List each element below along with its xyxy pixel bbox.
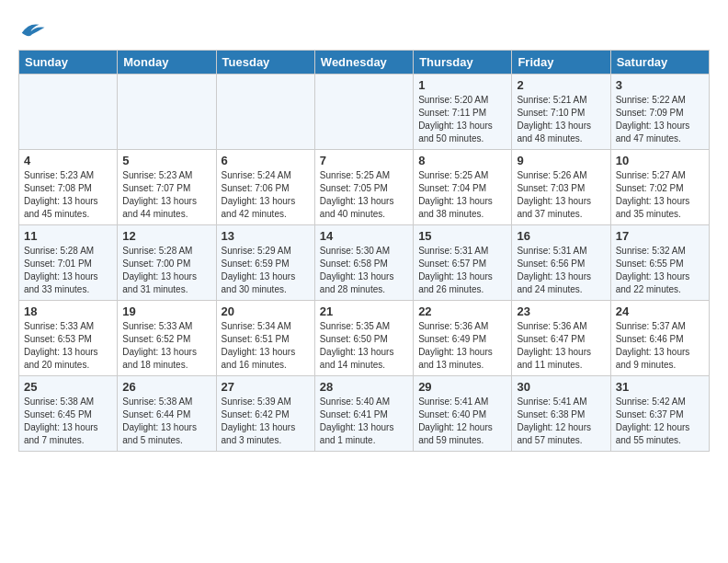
day-info: Sunrise: 5:34 AM Sunset: 6:51 PM Dayligh… [222,320,310,372]
day-number: 1 [418,78,506,92]
day-info: Sunrise: 5:38 AM Sunset: 6:45 PM Dayligh… [24,396,112,447]
day-number: 23 [517,304,605,318]
day-number: 17 [616,229,704,243]
day-number: 13 [222,229,310,243]
calendar-cell: 28Sunrise: 5:40 AM Sunset: 6:41 PM Dayli… [314,376,413,452]
calendar-cell [314,75,413,150]
calendar-cell: 6Sunrise: 5:24 AM Sunset: 7:06 PM Daylig… [216,150,314,225]
day-info: Sunrise: 5:36 AM Sunset: 6:49 PM Dayligh… [418,320,506,372]
calendar-cell: 7Sunrise: 5:25 AM Sunset: 7:05 PM Daylig… [314,150,413,225]
calendar-cell: 30Sunrise: 5:41 AM Sunset: 6:38 PM Dayli… [512,376,610,452]
day-number: 31 [616,380,704,394]
calendar-cell: 17Sunrise: 5:32 AM Sunset: 6:55 PM Dayli… [610,225,709,301]
day-info: Sunrise: 5:35 AM Sunset: 6:50 PM Dayligh… [320,320,408,372]
day-info: Sunrise: 5:22 AM Sunset: 7:09 PM Dayligh… [616,94,704,145]
day-number: 22 [418,304,506,318]
day-number: 25 [24,380,112,394]
day-number: 20 [222,304,310,318]
day-info: Sunrise: 5:31 AM Sunset: 6:56 PM Dayligh… [517,245,605,296]
day-info: Sunrise: 5:31 AM Sunset: 6:57 PM Dayligh… [418,245,506,296]
day-info: Sunrise: 5:28 AM Sunset: 7:00 PM Dayligh… [122,245,210,296]
day-number: 14 [320,229,408,243]
weekday-header-thursday: Thursday [414,51,512,75]
day-number: 9 [517,154,605,167]
day-number: 21 [320,304,408,318]
day-number: 4 [24,154,112,167]
calendar-cell: 25Sunrise: 5:38 AM Sunset: 6:45 PM Dayli… [19,376,118,452]
day-info: Sunrise: 5:38 AM Sunset: 6:44 PM Dayligh… [122,396,210,447]
day-info: Sunrise: 5:33 AM Sunset: 6:53 PM Dayligh… [24,320,112,372]
calendar-cell: 5Sunrise: 5:23 AM Sunset: 7:07 PM Daylig… [118,150,216,225]
day-info: Sunrise: 5:23 AM Sunset: 7:08 PM Dayligh… [24,169,112,221]
day-info: Sunrise: 5:33 AM Sunset: 6:52 PM Dayligh… [122,320,210,372]
day-number: 29 [418,380,506,394]
day-number: 5 [122,154,210,167]
calendar-cell [118,75,216,150]
calendar-cell: 9Sunrise: 5:26 AM Sunset: 7:03 PM Daylig… [512,150,610,225]
weekday-header-friday: Friday [512,51,610,75]
day-number: 19 [122,304,210,318]
day-number: 12 [122,229,210,243]
day-number: 24 [616,304,704,318]
calendar-cell: 3Sunrise: 5:22 AM Sunset: 7:09 PM Daylig… [610,75,709,150]
weekday-header-monday: Monday [118,51,216,75]
page-header [18,18,710,40]
day-number: 28 [320,380,408,394]
calendar-table: SundayMondayTuesdayWednesdayThursdayFrid… [18,50,710,452]
day-info: Sunrise: 5:41 AM Sunset: 6:38 PM Dayligh… [517,396,605,447]
logo-bird-icon [18,18,46,40]
calendar-cell [19,75,118,150]
calendar-cell: 21Sunrise: 5:35 AM Sunset: 6:50 PM Dayli… [314,301,413,376]
calendar-cell: 22Sunrise: 5:36 AM Sunset: 6:49 PM Dayli… [414,301,512,376]
day-info: Sunrise: 5:23 AM Sunset: 7:07 PM Dayligh… [122,169,210,221]
calendar-week-row: 25Sunrise: 5:38 AM Sunset: 6:45 PM Dayli… [19,376,710,452]
day-info: Sunrise: 5:36 AM Sunset: 6:47 PM Dayligh… [517,320,605,372]
day-info: Sunrise: 5:25 AM Sunset: 7:05 PM Dayligh… [320,169,408,221]
day-info: Sunrise: 5:39 AM Sunset: 6:42 PM Dayligh… [222,396,310,447]
day-number: 27 [222,380,310,394]
calendar-cell: 13Sunrise: 5:29 AM Sunset: 6:59 PM Dayli… [216,225,314,301]
day-number: 7 [320,154,408,167]
day-info: Sunrise: 5:21 AM Sunset: 7:10 PM Dayligh… [517,94,605,145]
day-info: Sunrise: 5:28 AM Sunset: 7:01 PM Dayligh… [24,245,112,296]
day-info: Sunrise: 5:29 AM Sunset: 6:59 PM Dayligh… [222,245,310,296]
day-info: Sunrise: 5:20 AM Sunset: 7:11 PM Dayligh… [418,94,506,145]
calendar-cell: 27Sunrise: 5:39 AM Sunset: 6:42 PM Dayli… [216,376,314,452]
day-info: Sunrise: 5:26 AM Sunset: 7:03 PM Dayligh… [517,169,605,221]
calendar-week-row: 11Sunrise: 5:28 AM Sunset: 7:01 PM Dayli… [19,225,710,301]
calendar-week-row: 18Sunrise: 5:33 AM Sunset: 6:53 PM Dayli… [19,301,710,376]
calendar-cell: 23Sunrise: 5:36 AM Sunset: 6:47 PM Dayli… [512,301,610,376]
calendar-cell: 1Sunrise: 5:20 AM Sunset: 7:11 PM Daylig… [414,75,512,150]
day-number: 30 [517,380,605,394]
weekday-header-wednesday: Wednesday [314,51,413,75]
calendar-cell: 26Sunrise: 5:38 AM Sunset: 6:44 PM Dayli… [118,376,216,452]
day-info: Sunrise: 5:37 AM Sunset: 6:46 PM Dayligh… [616,320,704,372]
calendar-week-row: 1Sunrise: 5:20 AM Sunset: 7:11 PM Daylig… [19,75,710,150]
calendar-cell: 15Sunrise: 5:31 AM Sunset: 6:57 PM Dayli… [414,225,512,301]
calendar-cell: 16Sunrise: 5:31 AM Sunset: 6:56 PM Dayli… [512,225,610,301]
calendar-cell: 20Sunrise: 5:34 AM Sunset: 6:51 PM Dayli… [216,301,314,376]
weekday-header-saturday: Saturday [610,51,709,75]
logo [18,18,50,40]
weekday-header-tuesday: Tuesday [216,51,314,75]
calendar-cell: 10Sunrise: 5:27 AM Sunset: 7:02 PM Dayli… [610,150,709,225]
day-info: Sunrise: 5:24 AM Sunset: 7:06 PM Dayligh… [222,169,310,221]
calendar-week-row: 4Sunrise: 5:23 AM Sunset: 7:08 PM Daylig… [19,150,710,225]
day-number: 10 [616,154,704,167]
day-number: 6 [222,154,310,167]
day-number: 18 [24,304,112,318]
day-info: Sunrise: 5:30 AM Sunset: 6:58 PM Dayligh… [320,245,408,296]
day-number: 15 [418,229,506,243]
calendar-cell: 4Sunrise: 5:23 AM Sunset: 7:08 PM Daylig… [19,150,118,225]
calendar-cell: 31Sunrise: 5:42 AM Sunset: 6:37 PM Dayli… [610,376,709,452]
calendar-cell: 19Sunrise: 5:33 AM Sunset: 6:52 PM Dayli… [118,301,216,376]
day-info: Sunrise: 5:25 AM Sunset: 7:04 PM Dayligh… [418,169,506,221]
day-number: 2 [517,78,605,92]
calendar-cell: 2Sunrise: 5:21 AM Sunset: 7:10 PM Daylig… [512,75,610,150]
day-number: 11 [24,229,112,243]
day-number: 26 [122,380,210,394]
calendar-cell [216,75,314,150]
calendar-cell: 8Sunrise: 5:25 AM Sunset: 7:04 PM Daylig… [414,150,512,225]
day-info: Sunrise: 5:27 AM Sunset: 7:02 PM Dayligh… [616,169,704,221]
day-info: Sunrise: 5:40 AM Sunset: 6:41 PM Dayligh… [320,396,408,447]
